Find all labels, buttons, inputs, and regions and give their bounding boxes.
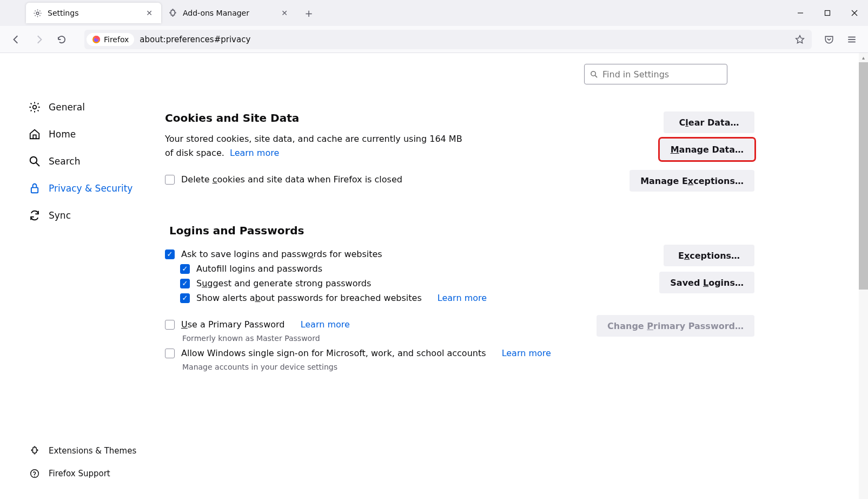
scroll-up-icon[interactable]: ▴ (859, 53, 868, 62)
cookies-heading: Cookies and Site Data (165, 111, 644, 124)
identity-pill[interactable]: Firefox (87, 33, 134, 46)
lock-icon (28, 182, 41, 195)
svg-line-12 (36, 163, 39, 166)
tab-title: Settings (48, 9, 144, 17)
navigation-toolbar: Firefox about:preferences#privacy (0, 26, 868, 53)
sso-caption: Manage accounts in your device settings (182, 363, 754, 371)
suggest-passwords-checkbox[interactable]: Suggest and generate strong passwords (180, 278, 643, 288)
close-icon[interactable]: ✕ (279, 8, 290, 18)
primary-password-caption: Formerly known as Master Password (182, 334, 580, 343)
change-primary-password-button[interactable]: Change Primary Password… (597, 315, 754, 337)
search-icon (28, 155, 41, 168)
home-icon (28, 128, 41, 141)
close-window-button[interactable] (841, 0, 868, 26)
settings-search-input[interactable]: Find in Settings (584, 64, 727, 84)
reload-button[interactable] (52, 30, 71, 49)
sidebar-item-label: Sync (49, 210, 71, 221)
identity-label: Firefox (104, 35, 129, 44)
logins-exceptions-button[interactable]: Exceptions… (664, 245, 754, 266)
bookmark-star-icon[interactable] (790, 30, 810, 49)
checkbox-checked-icon (180, 279, 190, 288)
autofill-logins-checkbox[interactable]: Autofill logins and passwords (180, 264, 643, 274)
sidebar-item-label: Firefox Support (49, 469, 110, 478)
main-panel: Find in Settings Cookies and Site Data Y… (165, 53, 776, 499)
manage-exceptions-button[interactable]: Manage Exceptions… (630, 170, 754, 192)
svg-rect-13 (31, 188, 38, 193)
sidebar-item-general[interactable]: General (26, 94, 165, 121)
sidebar-item-label: Extensions & Themes (49, 446, 136, 456)
window-controls (787, 0, 868, 26)
manage-data-button[interactable]: Manage Data… (660, 139, 754, 160)
svg-line-16 (595, 75, 597, 77)
svg-rect-2 (825, 11, 830, 16)
tab-settings[interactable]: Settings ✕ (26, 3, 161, 23)
sidebar-item-label: Home (49, 129, 76, 140)
sidebar-item-sync[interactable]: Sync (26, 202, 165, 229)
pocket-icon[interactable] (819, 30, 839, 49)
use-primary-password-checkbox[interactable]: Use a Primary Password Learn more (165, 319, 580, 330)
svg-point-10 (33, 106, 37, 109)
forward-button[interactable] (29, 30, 49, 49)
sync-icon (28, 209, 41, 222)
checkbox-checked-icon (165, 250, 175, 259)
clear-data-button[interactable]: Clear Data… (664, 111, 754, 133)
sidebar-item-home[interactable]: Home (26, 121, 165, 148)
sidebar-item-privacy[interactable]: Privacy & Security (26, 175, 165, 202)
svg-point-0 (36, 12, 39, 15)
sidebar-item-search[interactable]: Search (26, 148, 165, 175)
tab-title: Add-ons Manager (183, 9, 279, 17)
close-icon[interactable]: ✕ (144, 8, 155, 18)
sidebar-item-label: Search (49, 156, 80, 167)
primary-learn-more-link[interactable]: Learn more (301, 319, 350, 330)
sidebar-item-support[interactable]: Firefox Support (26, 462, 165, 485)
checkbox-checked-icon (180, 264, 190, 274)
url-text: about:preferences#privacy (140, 35, 250, 44)
logins-heading: Logins and Passwords (169, 224, 754, 237)
checkbox-icon (165, 320, 175, 330)
scrollbar-thumb[interactable] (859, 62, 868, 290)
minimize-button[interactable] (787, 0, 814, 26)
svg-point-11 (30, 157, 37, 163)
preferences-page: General Home Search Privacy & Security S… (0, 53, 868, 499)
puzzle-icon (168, 8, 177, 18)
delete-cookies-on-close-checkbox[interactable]: Delete cookies and site data when Firefo… (165, 174, 613, 185)
app-menu-button[interactable] (842, 30, 862, 49)
search-icon (590, 70, 598, 78)
ask-save-logins-checkbox[interactable]: Ask to save logins and passwords for web… (165, 249, 643, 259)
cookies-learn-more-link[interactable]: Learn more (230, 148, 279, 158)
vertical-scrollbar[interactable]: ▴ (859, 53, 868, 499)
breach-learn-more-link[interactable]: Learn more (438, 293, 487, 303)
sidebar-item-label: General (49, 102, 85, 113)
help-icon (28, 467, 41, 480)
puzzle-icon (28, 444, 41, 457)
windows-sso-checkbox[interactable]: Allow Windows single sign-on for Microso… (165, 348, 754, 358)
url-bar[interactable]: Firefox about:preferences#privacy (84, 30, 812, 49)
new-tab-button[interactable]: + (301, 5, 317, 21)
saved-logins-button[interactable]: Saved Logins… (659, 272, 754, 293)
firefox-logo-icon (92, 35, 101, 44)
breach-alerts-checkbox[interactable]: Show alerts about passwords for breached… (180, 293, 643, 303)
sidebar-item-label: Privacy & Security (49, 183, 132, 194)
search-placeholder: Find in Settings (602, 69, 669, 80)
svg-point-15 (591, 71, 595, 75)
categories-sidebar: General Home Search Privacy & Security S… (0, 53, 165, 499)
sso-learn-more-link[interactable]: Learn more (502, 348, 551, 358)
maximize-button[interactable] (814, 0, 841, 26)
tab-strip: Settings ✕ Add-ons Manager ✕ + (0, 0, 868, 26)
cookies-usage-text: Your stored cookies, site data, and cach… (165, 132, 468, 160)
sidebar-item-extensions[interactable]: Extensions & Themes (26, 439, 165, 462)
gear-icon (32, 8, 42, 18)
back-button[interactable] (6, 30, 26, 49)
checkbox-checked-icon (180, 293, 190, 303)
gear-icon (28, 101, 41, 114)
tab-addons[interactable]: Add-ons Manager ✕ (161, 3, 296, 23)
checkbox-icon (165, 175, 175, 185)
checkbox-icon (165, 349, 175, 358)
